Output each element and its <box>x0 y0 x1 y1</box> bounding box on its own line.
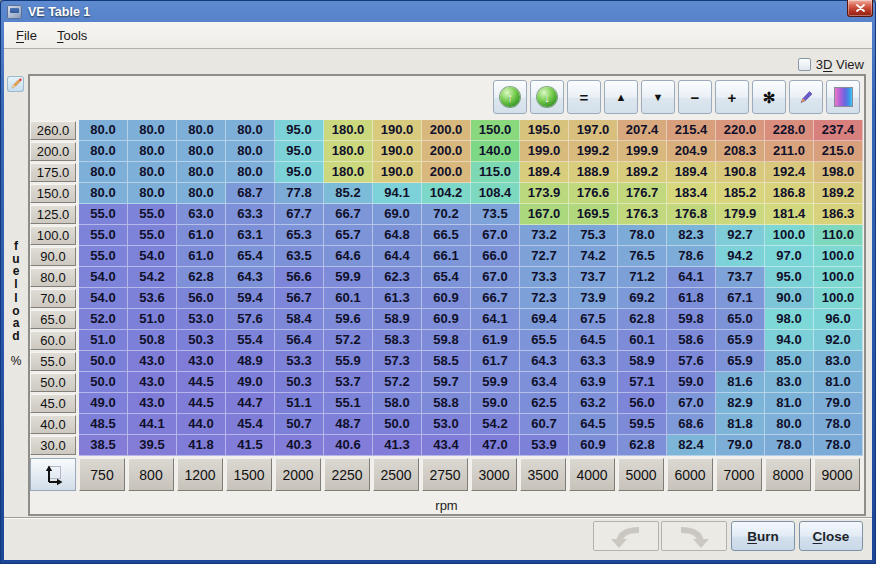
row-header[interactable]: 125.0 <box>30 205 76 224</box>
table-cell[interactable]: 97.0 <box>765 246 814 267</box>
table-cell[interactable]: 190.0 <box>373 162 422 183</box>
table-cell[interactable]: 79.0 <box>814 393 863 414</box>
table-cell[interactable]: 65.5 <box>520 330 569 351</box>
table-cell[interactable]: 40.6 <box>324 435 373 456</box>
table-cell[interactable]: 80.0 <box>177 162 226 183</box>
table-cell[interactable]: 67.0 <box>471 267 520 288</box>
col-header[interactable]: 5000 <box>618 458 664 491</box>
table-cell[interactable]: 43.4 <box>422 435 471 456</box>
table-cell[interactable]: 220.0 <box>716 120 765 141</box>
table-cell[interactable]: 167.0 <box>520 204 569 225</box>
table-cell[interactable]: 76.5 <box>618 246 667 267</box>
table-cell[interactable]: 57.2 <box>324 330 373 351</box>
table-cell[interactable]: 48.5 <box>79 414 128 435</box>
table-cell[interactable]: 38.5 <box>79 435 128 456</box>
table-cell[interactable]: 190.0 <box>373 141 422 162</box>
col-header[interactable]: 800 <box>128 458 174 491</box>
menu-item-file[interactable]: File <box>16 28 37 43</box>
table-cell[interactable]: 55.9 <box>324 351 373 372</box>
table-cell[interactable]: 53.7 <box>324 372 373 393</box>
table-cell[interactable]: 68.6 <box>667 414 716 435</box>
undo-button[interactable] <box>593 521 659 551</box>
table-cell[interactable]: 50.0 <box>79 351 128 372</box>
table-cell[interactable]: 62.3 <box>373 267 422 288</box>
table-cell[interactable]: 68.7 <box>226 183 275 204</box>
table-cell[interactable]: 192.4 <box>765 162 814 183</box>
table-cell[interactable]: 100.0 <box>814 288 863 309</box>
table-cell[interactable]: 80.0 <box>128 120 177 141</box>
table-cell[interactable]: 61.9 <box>471 330 520 351</box>
table-cell[interactable]: 69.4 <box>520 309 569 330</box>
row-header[interactable]: 260.0 <box>30 121 76 140</box>
table-cell[interactable]: 59.8 <box>422 330 471 351</box>
table-cell[interactable]: 56.0 <box>618 393 667 414</box>
table-cell[interactable]: 59.0 <box>471 393 520 414</box>
table-cell[interactable]: 96.0 <box>814 309 863 330</box>
edit-pencil-button[interactable] <box>789 80 823 114</box>
table-cell[interactable]: 49.0 <box>226 372 275 393</box>
table-cell[interactable]: 85.0 <box>765 351 814 372</box>
table-cell[interactable]: 104.2 <box>422 183 471 204</box>
table-cell[interactable]: 80.0 <box>177 183 226 204</box>
table-cell[interactable]: 64.8 <box>373 225 422 246</box>
table-cell[interactable]: 65.9 <box>716 351 765 372</box>
table-cell[interactable]: 63.3 <box>226 204 275 225</box>
table-cell[interactable]: 62.5 <box>520 393 569 414</box>
table-cell[interactable]: 74.2 <box>569 246 618 267</box>
table-cell[interactable]: 50.0 <box>79 372 128 393</box>
table-cell[interactable]: 176.3 <box>618 204 667 225</box>
table-cell[interactable]: 59.6 <box>324 309 373 330</box>
row-header[interactable]: 50.0 <box>30 373 76 392</box>
table-cell[interactable]: 189.4 <box>667 162 716 183</box>
table-cell[interactable]: 71.2 <box>618 267 667 288</box>
table-cell[interactable]: 64.6 <box>324 246 373 267</box>
table-cell[interactable]: 61.0 <box>177 246 226 267</box>
table-cell[interactable]: 80.0 <box>765 414 814 435</box>
table-cell[interactable]: 190.8 <box>716 162 765 183</box>
table-cell[interactable]: 80.0 <box>79 183 128 204</box>
table-cell[interactable]: 108.4 <box>471 183 520 204</box>
table-cell[interactable]: 59.7 <box>422 372 471 393</box>
table-cell[interactable]: 54.0 <box>79 267 128 288</box>
table-cell[interactable]: 85.2 <box>324 183 373 204</box>
3d-view-checkbox[interactable] <box>798 58 811 71</box>
table-cell[interactable]: 176.6 <box>569 183 618 204</box>
table-cell[interactable]: 197.0 <box>569 120 618 141</box>
col-header[interactable]: 1500 <box>226 458 272 491</box>
table-cell[interactable]: 60.9 <box>422 288 471 309</box>
table-cell[interactable]: 43.0 <box>177 351 226 372</box>
table-cell[interactable]: 59.0 <box>667 372 716 393</box>
table-cell[interactable]: 173.9 <box>520 183 569 204</box>
table-cell[interactable]: 52.0 <box>79 309 128 330</box>
row-header[interactable]: 200.0 <box>30 142 76 161</box>
row-header[interactable]: 175.0 <box>30 163 76 182</box>
col-header[interactable]: 3000 <box>471 458 517 491</box>
close-button[interactable]: Close <box>799 521 863 551</box>
table-cell[interactable]: 53.3 <box>275 351 324 372</box>
table-cell[interactable]: 94.1 <box>373 183 422 204</box>
table-cell[interactable]: 55.0 <box>79 225 128 246</box>
col-header[interactable]: 6000 <box>667 458 713 491</box>
table-cell[interactable]: 228.0 <box>765 120 814 141</box>
axis-swap-button[interactable] <box>30 458 76 491</box>
table-cell[interactable]: 60.9 <box>422 309 471 330</box>
table-cell[interactable]: 41.5 <box>226 435 275 456</box>
table-cell[interactable]: 64.3 <box>520 351 569 372</box>
table-cell[interactable]: 180.0 <box>324 162 373 183</box>
table-cell[interactable]: 180.0 <box>324 141 373 162</box>
table-cell[interactable]: 64.3 <box>226 267 275 288</box>
table-cell[interactable]: 55.0 <box>79 204 128 225</box>
row-header[interactable]: 55.0 <box>30 352 76 371</box>
table-cell[interactable]: 176.7 <box>618 183 667 204</box>
table-cell[interactable]: 80.0 <box>79 120 128 141</box>
table-cell[interactable]: 199.2 <box>569 141 618 162</box>
table-cell[interactable]: 63.3 <box>569 351 618 372</box>
table-cell[interactable]: 195.0 <box>520 120 569 141</box>
table-cell[interactable]: 73.7 <box>569 267 618 288</box>
table-cell[interactable]: 60.9 <box>569 435 618 456</box>
redo-button[interactable] <box>661 521 727 551</box>
table-cell[interactable]: 57.3 <box>373 351 422 372</box>
table-cell[interactable]: 95.0 <box>275 120 324 141</box>
table-cell[interactable]: 189.4 <box>520 162 569 183</box>
table-cell[interactable]: 62.8 <box>177 267 226 288</box>
